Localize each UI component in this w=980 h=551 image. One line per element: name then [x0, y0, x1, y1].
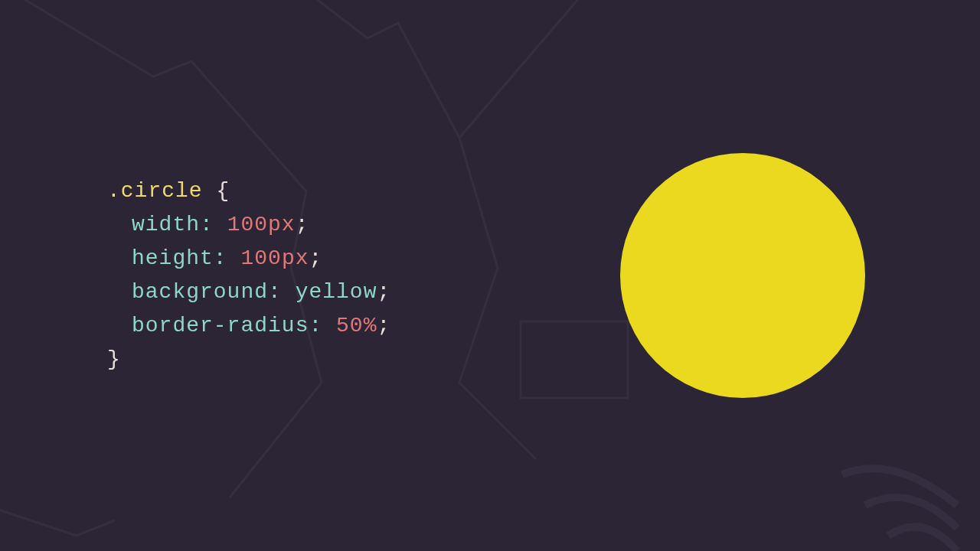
css-semi: ; — [377, 314, 390, 337]
css-value: yellow — [296, 280, 377, 304]
css-num: 100 — [227, 213, 268, 236]
css-prop: height — [132, 246, 214, 270]
open-brace: { — [203, 179, 230, 203]
close-brace: } — [107, 347, 121, 371]
css-semi: ; — [296, 213, 309, 236]
css-prop: border-radius — [132, 314, 309, 337]
css-unit: % — [364, 314, 377, 337]
css-prop: width — [132, 213, 200, 236]
css-semi: ; — [309, 246, 322, 270]
css-prop: background — [132, 280, 268, 304]
css-num: 50 — [336, 314, 364, 337]
circle-output — [620, 153, 865, 398]
css-colon: : — [309, 314, 322, 337]
css-colon: : — [268, 280, 282, 304]
code-block: .circle { width: 100px; height: 100px; b… — [107, 174, 390, 377]
code-line-close: } — [107, 343, 390, 377]
code-line-width: width: 100px; — [107, 208, 390, 242]
css-num: 100 — [240, 246, 281, 270]
code-line-selector: .circle { — [107, 174, 390, 208]
css-selector: .circle — [107, 179, 203, 203]
css-colon: : — [214, 246, 227, 270]
code-line-height: height: 100px; — [107, 242, 390, 276]
css-unit: px — [268, 213, 296, 236]
css-semi: ; — [377, 280, 390, 304]
css-colon: : — [200, 213, 214, 236]
code-line-background: background: yellow; — [107, 276, 390, 309]
css-unit: px — [282, 246, 309, 270]
slide-content: .circle { width: 100px; height: 100px; b… — [0, 0, 980, 551]
code-line-border-radius: border-radius: 50%; — [107, 309, 390, 343]
